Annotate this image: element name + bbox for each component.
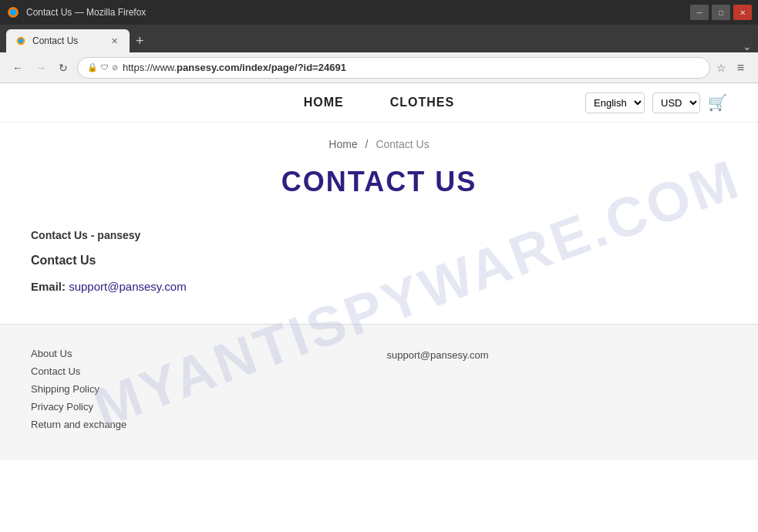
svg-point-1 — [10, 9, 16, 15]
title-bar: Contact Us — Mozilla Firefox ─ □ ✕ — [0, 0, 758, 25]
tab-label: Contact Us — [32, 35, 102, 46]
forward-button[interactable]: → — [32, 60, 49, 76]
lock-icon: 🔒 — [87, 62, 98, 72]
contact-heading: Contact Us — [31, 254, 571, 268]
site-footer: About Us Contact Us Shipping Policy Priv… — [0, 324, 758, 460]
tab-favicon — [15, 35, 26, 46]
browser-chrome: Contact Us — Mozilla Firefox ─ □ ✕ Conta… — [0, 0, 758, 83]
footer-link-about[interactable]: About Us — [31, 348, 372, 359]
new-tab-button[interactable]: + — [130, 29, 150, 52]
reload-button[interactable]: ↻ — [56, 60, 71, 76]
svg-point-3 — [19, 39, 23, 43]
close-button[interactable]: ✕ — [733, 5, 752, 20]
section-label: Contact Us - pansesy — [31, 229, 571, 241]
bookmark-button[interactable]: ☆ — [716, 62, 726, 74]
footer-grid: About Us Contact Us Shipping Policy Priv… — [31, 348, 727, 436]
footer-contact-col: support@pansesy.com — [387, 348, 728, 436]
minimize-button[interactable]: ─ — [690, 5, 709, 20]
footer-link-privacy[interactable]: Privacy Policy — [31, 401, 372, 412]
tracking-icon: ⊘ — [112, 63, 118, 72]
url-security-icons: 🔒 🛡 ⊘ — [87, 62, 118, 72]
email-line: Email: support@pansesy.com — [31, 280, 571, 293]
content-section: Contact Us - pansesy Contact Us Email: s… — [31, 229, 571, 293]
tab-bar: Contact Us ✕ + ⌄ — [0, 25, 758, 52]
site-header: HOME CLOTHES English USD 🛒 — [0, 83, 758, 123]
footer-links-col: About Us Contact Us Shipping Policy Priv… — [31, 348, 372, 436]
breadcrumb-current: Contact Us — [376, 138, 429, 150]
footer-email: support@pansesy.com — [387, 349, 489, 361]
nav-clothes[interactable]: CLOTHES — [390, 96, 454, 109]
main-content: CONTACT US Contact Us - pansesy Contact … — [0, 158, 758, 324]
url-domain: pansesy.com — [177, 62, 239, 73]
breadcrumb-home[interactable]: Home — [328, 138, 357, 150]
url-text: https://www.pansesy.com/index/page/?id=2… — [123, 62, 700, 73]
email-link[interactable]: support@pansesy.com — [69, 280, 187, 293]
tab-close-button[interactable]: ✕ — [108, 35, 120, 47]
email-label: Email: — [31, 280, 66, 293]
url-path: /index/page/?id=24691 — [240, 62, 346, 73]
address-bar: ← → ↻ 🔒 🛡 ⊘ https://www.pansesy.com/inde… — [0, 52, 758, 83]
url-bar[interactable]: 🔒 🛡 ⊘ https://www.pansesy.com/index/page… — [77, 57, 710, 79]
page-content: HOME CLOTHES English USD 🛒 MYANTISPYWARE… — [0, 83, 758, 532]
header-right: English USD 🛒 — [585, 93, 727, 113]
firefox-icon — [6, 5, 20, 19]
footer-link-return[interactable]: Return and exchange — [31, 419, 372, 430]
breadcrumb: Home / Contact Us — [0, 123, 758, 158]
title-bar-controls: ─ □ ✕ — [690, 5, 752, 20]
nav-home[interactable]: HOME — [304, 96, 344, 109]
shield-icon: 🛡 — [101, 63, 109, 72]
cart-icon[interactable]: 🛒 — [708, 93, 727, 112]
browser-title: Contact Us — Mozilla Firefox — [26, 7, 146, 18]
title-bar-left: Contact Us — Mozilla Firefox — [6, 5, 146, 19]
tab-list-button[interactable]: ⌄ — [743, 40, 752, 52]
maximize-button[interactable]: □ — [712, 5, 730, 20]
page-title: CONTACT US — [31, 166, 727, 198]
page-wrapper: MYANTISPYWARE.COM Home / Contact Us CONT… — [0, 123, 758, 460]
breadcrumb-separator: / — [366, 138, 369, 150]
site-nav: HOME CLOTHES — [304, 96, 454, 109]
footer-link-contact[interactable]: Contact Us — [31, 365, 372, 377]
currency-select[interactable]: USD — [652, 93, 700, 113]
active-tab[interactable]: Contact Us ✕ — [6, 29, 130, 52]
back-button[interactable]: ← — [9, 60, 26, 76]
footer-link-shipping[interactable]: Shipping Policy — [31, 383, 372, 395]
language-select[interactable]: English — [585, 93, 645, 113]
browser-menu-button[interactable]: ≡ — [733, 59, 749, 76]
